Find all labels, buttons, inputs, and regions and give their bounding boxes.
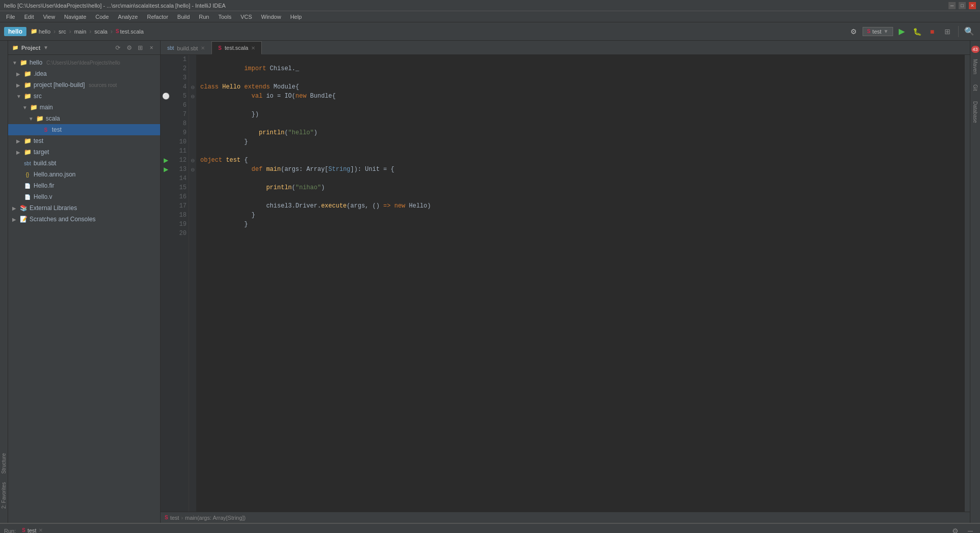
fold-indicator-5[interactable]: ⊖ [189, 92, 196, 101]
run-marker-12: ▶ [161, 156, 171, 165]
tab-close-scala[interactable]: ✕ [251, 45, 255, 51]
bottom-settings-button[interactable]: ⚙ [950, 525, 961, 534]
tree-item-test-scala[interactable]: ▶ S test [8, 124, 160, 135]
code-line-10: } [200, 137, 965, 146]
breadcrumb-scala[interactable]: scala [95, 28, 108, 35]
editor-breadcrumb: S test › main(args: Array[String]) [161, 512, 970, 523]
tree-item-hello-fir[interactable]: ▶ 📄 Hello.fir [8, 180, 160, 191]
tab-build-sbt[interactable]: sbt build.sbt ✕ [161, 41, 211, 54]
tree-item-hello[interactable]: ▼ 📁 hello C:\Users\User\IdeaProjects\hel… [8, 57, 160, 68]
tree-item-build-sbt[interactable]: ▶ sbt build.sbt [8, 158, 160, 169]
menu-help[interactable]: Help [286, 13, 306, 21]
favorites-tab[interactable]: 2: Favorites [0, 478, 8, 513]
menu-run[interactable]: Run [195, 13, 213, 21]
maximize-button[interactable]: □ [959, 2, 966, 9]
coverage-button[interactable]: ⊞ [941, 25, 954, 38]
fold-indicator-12[interactable]: ⊖ [189, 156, 196, 165]
run-tab[interactable]: S test ✕ [20, 526, 44, 534]
menu-view[interactable]: View [39, 13, 59, 21]
code-line-18: } [200, 211, 965, 220]
debug-button[interactable]: 🐛 [910, 25, 924, 38]
left-vertical-tabs: Structure 2: Favorites [0, 41, 8, 523]
sidebar-header: 📁 Project ▼ ⟳ ⚙ ⊞ × [8, 41, 160, 55]
tree-item-project[interactable]: ▶ 📁 project [hello-build] sources root [8, 79, 160, 91]
folder-test-icon: 📁 [23, 137, 32, 145]
minimize-button[interactable]: ─ [948, 2, 956, 9]
library-icon: 📚 [19, 204, 27, 212]
menu-tools[interactable]: Tools [214, 13, 235, 21]
code-line-5: val io = IO(new Bundle{ [200, 92, 965, 101]
menu-vcs[interactable]: VCS [236, 13, 256, 21]
git-panel-tab[interactable]: Git [971, 79, 979, 96]
run-marker-13: ▶ [161, 165, 171, 174]
code-line-8 [200, 119, 965, 128]
scratches-label: Scratches and Consoles [29, 216, 96, 223]
scala-file-icon: S [42, 126, 50, 134]
stop-button[interactable]: ■ [926, 25, 939, 38]
code-line-16 [200, 192, 965, 201]
fold-indicator-4[interactable]: ⊖ [189, 82, 196, 92]
run-button[interactable]: ▶ [895, 25, 908, 38]
fold-indicator-13[interactable]: ⊖ [189, 165, 196, 174]
tree-item-target[interactable]: ▶ 📁 target [8, 146, 160, 158]
close-button[interactable]: ✕ [969, 2, 976, 9]
menu-navigate[interactable]: Navigate [60, 13, 90, 21]
tab-close-sbt[interactable]: ✕ [201, 45, 205, 51]
settings-icon[interactable]: ⚙ [847, 25, 861, 38]
project-tree: ▼ 📁 hello C:\Users\User\IdeaProjects\hel… [8, 55, 160, 523]
run-tab-close[interactable]: ✕ [39, 527, 43, 533]
tree-item-hello-json[interactable]: ▶ {} Hello.anno.json [8, 169, 160, 180]
menu-analyze[interactable]: Analyze [114, 13, 142, 21]
tree-item-external-libs[interactable]: ▶ 📚 External Libraries [8, 202, 160, 214]
breadcrumb-hello[interactable]: 📁 hello [30, 28, 50, 35]
tree-item-scala[interactable]: ▼ 📁 scala [8, 113, 160, 124]
code-line-17: chisel3.Driver.execute(args, () => new H… [200, 201, 965, 211]
sidebar-collapse-button[interactable]: × [147, 43, 156, 52]
folder-main-icon: 📁 [29, 103, 38, 111]
tree-item-src[interactable]: ▼ 📁 src [8, 91, 160, 102]
project-logo: hello [4, 27, 26, 36]
code-line-9: println("hello") [200, 128, 965, 137]
tab-bar: sbt build.sbt ✕ S test.scala ✕ [161, 41, 970, 55]
run-config-selector[interactable]: S test ▼ [863, 27, 893, 36]
structure-tab[interactable]: Structure [0, 449, 8, 478]
notifications-badge[interactable]: 43 [971, 46, 979, 53]
sidebar-settings-button[interactable]: ⚙ [125, 43, 134, 52]
tree-item-idea[interactable]: ▶ 📁 .idea [8, 68, 160, 79]
tree-item-scratches[interactable]: ▶ 📝 Scratches and Consoles [8, 214, 160, 225]
menu-edit[interactable]: Edit [20, 13, 38, 21]
code-line-20 [200, 229, 965, 238]
project-icon: 📁 [19, 58, 27, 67]
menu-build[interactable]: Build [173, 13, 194, 21]
scratches-icon: 📝 [19, 215, 27, 223]
breadcrumb-src[interactable]: src [58, 28, 66, 35]
tree-item-hello-v[interactable]: ▶ 📄 Hello.v [8, 191, 160, 202]
tree-item-test-folder[interactable]: ▶ 📁 test [8, 135, 160, 146]
tree-item-main[interactable]: ▼ 📁 main [8, 102, 160, 113]
menu-file[interactable]: File [2, 13, 19, 21]
sidebar-expand-button[interactable]: ⊞ [136, 43, 145, 52]
breadcrumb-file[interactable]: S test.scala [115, 28, 143, 35]
sidebar-sync-button[interactable]: ⟳ [113, 43, 122, 52]
code-line-2: import Chisel._ [200, 64, 965, 73]
tab-test-scala[interactable]: S test.scala ✕ [211, 41, 262, 54]
bottom-minimize-button[interactable]: ─ [965, 525, 976, 534]
menu-code[interactable]: Code [91, 13, 113, 21]
code-line-6 [200, 101, 965, 110]
folder-icon: 📁 [23, 70, 32, 78]
breadcrumb-main[interactable]: main [74, 28, 86, 35]
code-editor[interactable]: import Chisel._ class Hello extends Modu… [196, 55, 965, 512]
code-line-14 [200, 174, 965, 183]
editor-area[interactable]: ⚪ ▶ ▶ 1 2 3 4 5 6 7 8 9 10 [161, 55, 970, 512]
editor-scrollbar[interactable] [965, 55, 970, 512]
database-panel-tab[interactable]: Database [971, 96, 979, 128]
maven-panel-tab[interactable]: Maven [971, 54, 979, 79]
sidebar-title: Project [21, 45, 40, 51]
code-line-1 [200, 55, 965, 64]
menu-refactor[interactable]: Refactor [143, 13, 172, 21]
menu-bar: File Edit View Navigate Code Analyze Ref… [0, 11, 980, 22]
title-bar: hello [C:\Users\User\IdeaProjects\hello]… [0, 0, 980, 11]
folder-src-icon: 📁 [23, 92, 32, 100]
search-everywhere-button[interactable]: 🔍 [963, 25, 976, 38]
menu-window[interactable]: Window [257, 13, 285, 21]
